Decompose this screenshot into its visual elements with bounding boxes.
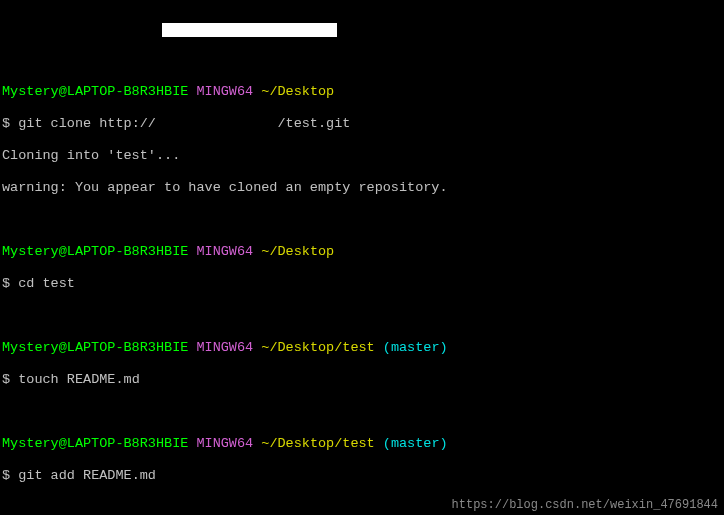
- user-host: Mystery@LAPTOP-B8R3HBIE: [2, 84, 188, 99]
- cmd-line-1: $ git clone http:// /test.git: [2, 116, 724, 132]
- cmd-line-2: $ cd test: [2, 276, 724, 292]
- cwd: ~/Desktop: [261, 84, 334, 99]
- command-clone: git clone http:// /test.git: [18, 116, 350, 131]
- prompt-line-3: Mystery@LAPTOP-B8R3HBIE MINGW64 ~/Deskto…: [2, 340, 724, 356]
- blank: [2, 212, 724, 228]
- out-clone-2: warning: You appear to have cloned an em…: [2, 180, 724, 196]
- blank: [2, 308, 724, 324]
- prompt-line-2: Mystery@LAPTOP-B8R3HBIE MINGW64 ~/Deskto…: [2, 244, 724, 260]
- branch: (master): [383, 340, 448, 355]
- blank: [2, 404, 724, 420]
- prompt-line-1: Mystery@LAPTOP-B8R3HBIE MINGW64 ~/Deskto…: [2, 84, 724, 100]
- terminal-output[interactable]: Mystery@LAPTOP-B8R3HBIE MINGW64 ~/Deskto…: [2, 68, 724, 515]
- command-touch: touch README.md: [18, 372, 140, 387]
- env: MINGW64: [196, 84, 253, 99]
- cmd-line-3: $ touch README.md: [2, 372, 724, 388]
- prompt-sym: $: [2, 116, 10, 131]
- out-clone-1: Cloning into 'test'...: [2, 148, 724, 164]
- command-cd: cd test: [18, 276, 75, 291]
- watermark: https://blog.csdn.net/weixin_47691844: [452, 497, 718, 513]
- redaction-box: [162, 23, 337, 37]
- cmd-line-4: $ git add README.md: [2, 468, 724, 484]
- prompt-line-4: Mystery@LAPTOP-B8R3HBIE MINGW64 ~/Deskto…: [2, 436, 724, 452]
- command-add: git add README.md: [18, 468, 156, 483]
